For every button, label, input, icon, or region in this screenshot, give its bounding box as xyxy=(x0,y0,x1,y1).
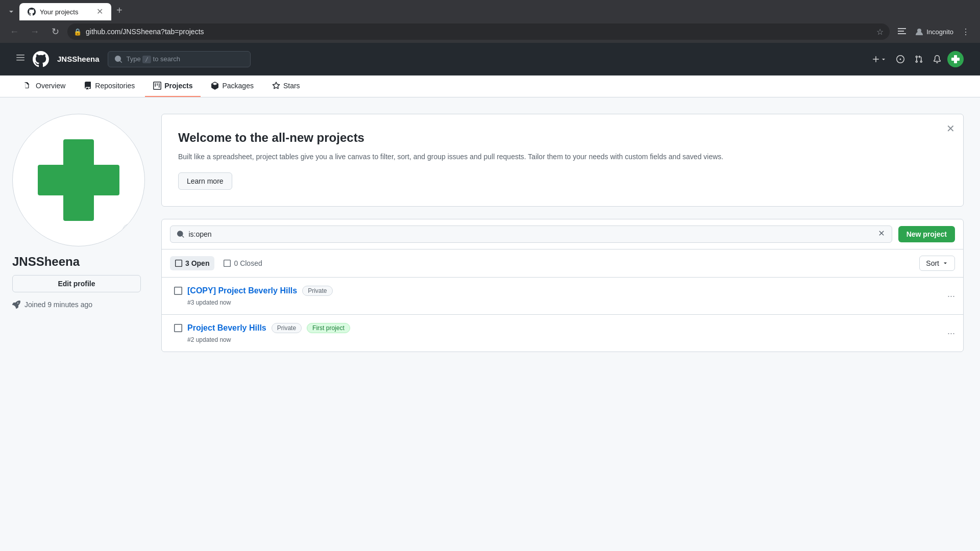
github-page: JNSSheena Type / to search xyxy=(0,43,980,551)
active-tab[interactable]: Your projects ✕ xyxy=(19,3,111,20)
table-icon-closed xyxy=(224,260,231,267)
tab-title: Your projects xyxy=(40,8,78,16)
browser-window: Your projects ✕ + ← → ↻ 🔒 github.com/JNS… xyxy=(0,0,980,551)
chevron-down-icon xyxy=(942,260,948,266)
tab-favicon-icon xyxy=(28,8,36,16)
closed-count-label: 0 Closed xyxy=(234,259,262,267)
browser-toolbar: ← → ↻ 🔒 github.com/JNSSheena?tab=project… xyxy=(0,20,980,43)
project-item-1: [COPY] Project Beverly Hills Private #3 … xyxy=(162,278,963,315)
projects-tabs: 3 Open 0 Closed Sort xyxy=(162,249,963,278)
bookmark-btn[interactable]: ☆ xyxy=(876,27,884,37)
tab-close-btn[interactable]: ✕ xyxy=(96,8,103,16)
profile-btn[interactable] xyxy=(894,23,910,40)
avatar-cross-graphic xyxy=(38,139,119,221)
hamburger-menu-btn[interactable] xyxy=(16,54,24,64)
project-table-icon-1 xyxy=(174,287,182,295)
projects-search-field[interactable] xyxy=(188,230,873,238)
nav-projects-label: Projects xyxy=(164,82,192,90)
tab-overflow-btn[interactable] xyxy=(4,7,18,18)
forward-btn[interactable]: → xyxy=(27,23,43,40)
github-nav: Overview Repositories Projects Packages … xyxy=(0,76,980,97)
github-header: JNSSheena Type / to search xyxy=(0,43,980,76)
svg-rect-1 xyxy=(898,31,904,32)
svg-rect-2 xyxy=(898,33,906,34)
browser-right-icons: Incognito ⋮ xyxy=(894,23,974,40)
project-more-btn-1[interactable]: ··· xyxy=(947,291,955,302)
project-more-btn-2[interactable]: ··· xyxy=(947,328,955,339)
closed-projects-tab[interactable]: 0 Closed xyxy=(218,256,267,270)
sort-label: Sort xyxy=(926,259,939,267)
clear-search-btn[interactable] xyxy=(877,229,886,239)
profile-avatar-large: 🙂 xyxy=(12,114,145,246)
nav-item-stars[interactable]: Stars xyxy=(264,76,308,97)
github-logo[interactable] xyxy=(33,51,49,67)
back-btn[interactable]: ← xyxy=(6,23,22,40)
main-content: 🙂 JNSSheena Edit profile Joined 9 minute… xyxy=(0,97,980,551)
sidebar: 🙂 JNSSheena Edit profile Joined 9 minute… xyxy=(0,97,153,551)
pull-requests-btn[interactable] xyxy=(911,51,927,67)
reload-btn[interactable]: ↻ xyxy=(47,23,63,40)
svg-rect-8 xyxy=(954,55,957,63)
project-name-1[interactable]: [COPY] Project Beverly Hills xyxy=(187,286,297,295)
address-bar[interactable]: 🔒 github.com/JNSSheena?tab=projects ☆ xyxy=(67,23,890,40)
project-table-icon-2 xyxy=(174,324,182,332)
nav-item-packages[interactable]: Packages xyxy=(203,76,261,97)
welcome-description: Built like a spreadsheet, project tables… xyxy=(178,151,947,162)
project-badge-1: Private xyxy=(302,286,332,296)
project-meta-2: #2 updated now xyxy=(187,336,951,343)
joined-label: Joined 9 minutes ago xyxy=(24,300,92,309)
tab-group: 3 Open 0 Closed xyxy=(170,256,267,270)
welcome-title: Welcome to the all-new projects xyxy=(178,131,947,145)
svg-rect-0 xyxy=(898,28,906,29)
lock-icon: 🔒 xyxy=(74,28,82,36)
new-tab-btn[interactable]: + xyxy=(112,3,127,18)
nav-item-projects[interactable]: Projects xyxy=(145,76,201,97)
projects-search-input-wrapper[interactable] xyxy=(170,226,892,243)
projects-search-bar: New project xyxy=(162,219,963,249)
learn-more-btn[interactable]: Learn more xyxy=(178,172,232,190)
notifications-btn[interactable] xyxy=(929,51,945,67)
project-meta-1: #3 updated now xyxy=(187,299,951,306)
project-badge-2: Private xyxy=(272,323,302,333)
open-projects-tab[interactable]: 3 Open xyxy=(170,256,214,270)
project-name-2[interactable]: Project Beverly Hills xyxy=(187,323,266,333)
welcome-banner: ✕ Welcome to the all-new projects Built … xyxy=(161,114,964,207)
cross-vertical xyxy=(63,139,94,221)
joined-info: Joined 9 minutes ago xyxy=(12,300,141,309)
sidebar-username: JNSSheena xyxy=(12,255,141,269)
header-username[interactable]: JNSSheena xyxy=(57,55,100,63)
nav-stars-label: Stars xyxy=(283,82,300,90)
nav-repositories-label: Repositories xyxy=(95,82,135,90)
browser-menu-btn[interactable]: ⋮ xyxy=(958,23,974,40)
browser-tab-bar: Your projects ✕ + xyxy=(0,0,980,20)
nav-packages-label: Packages xyxy=(222,82,253,90)
project-item-2: Project Beverly Hills Private First proj… xyxy=(162,315,963,352)
project-item-header-1: [COPY] Project Beverly Hills Private xyxy=(174,286,951,296)
search-placeholder: Type / to search xyxy=(127,55,244,63)
incognito-label: Incognito xyxy=(926,28,953,36)
svg-rect-4 xyxy=(16,55,24,56)
edit-profile-btn[interactable]: Edit profile xyxy=(12,275,141,292)
nav-item-repositories[interactable]: Repositories xyxy=(76,76,143,97)
search-icon xyxy=(177,230,184,238)
svg-rect-5 xyxy=(16,57,24,58)
new-project-btn[interactable]: New project xyxy=(898,226,955,242)
rocket-icon xyxy=(12,300,20,309)
sort-btn[interactable]: Sort xyxy=(919,256,955,271)
projects-content: ✕ Welcome to the all-new projects Built … xyxy=(153,97,980,551)
nav-item-overview[interactable]: Overview xyxy=(16,76,74,97)
svg-rect-6 xyxy=(16,60,24,61)
url-text: github.com/JNSSheena?tab=projects xyxy=(86,28,872,36)
nav-overview-label: Overview xyxy=(36,82,65,90)
projects-section: New project 3 Open 0 Closed xyxy=(161,219,964,352)
user-avatar[interactable] xyxy=(947,51,964,67)
banner-close-btn[interactable]: ✕ xyxy=(946,122,955,135)
project-item-header-2: Project Beverly Hills Private First proj… xyxy=(174,323,951,333)
search-bar[interactable]: Type / to search xyxy=(108,51,251,67)
first-project-label: First project xyxy=(307,323,350,333)
table-icon-open xyxy=(175,260,182,267)
issues-btn[interactable] xyxy=(892,51,909,67)
header-actions xyxy=(868,51,964,67)
emoji-picker-btn[interactable]: 🙂 xyxy=(122,223,138,240)
create-new-btn[interactable] xyxy=(868,53,890,65)
